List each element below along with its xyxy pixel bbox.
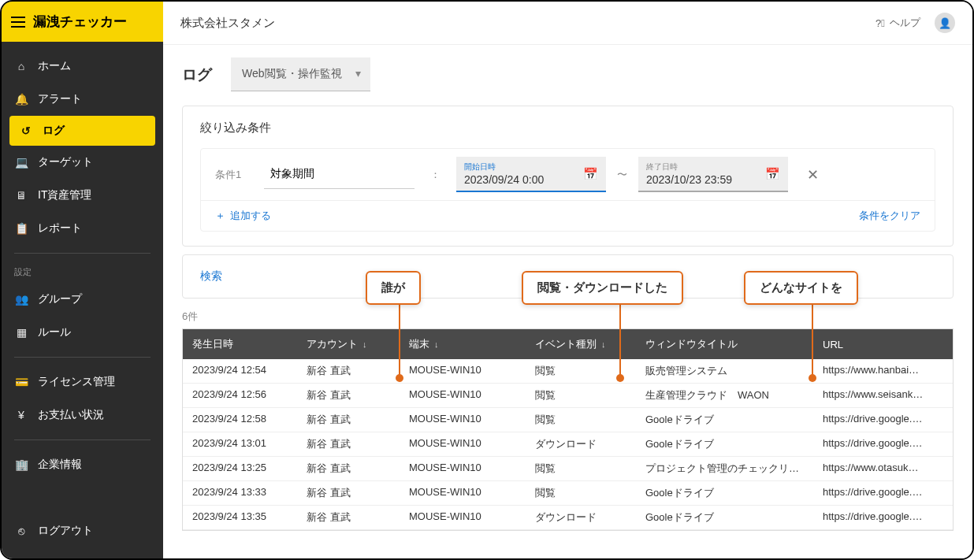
home-icon: ⌂ (14, 60, 28, 72)
sidebar-item-label: ログアウト (38, 524, 93, 538)
tilde: 〜 (617, 168, 627, 182)
filter-row: 条件1 ： 開始日時 2023/09/24 0:00 📅 〜 (201, 149, 935, 200)
help-icon: ?⃝ (875, 17, 885, 29)
cell-title: Gooleドライブ (636, 481, 813, 505)
callout-dot (396, 374, 403, 382)
cell-title: Gooleドライブ (636, 408, 813, 432)
company-name: 株式会社スタメン (180, 16, 275, 31)
sidebar: 漏洩チェッカー ⌂ホーム 🔔アラート ↺ログ 💻ターゲット 🖥IT資産管理 📋レ… (2, 2, 163, 558)
cell-url: https://www.otasuk… (813, 457, 953, 480)
sidebar-item-label: ターゲット (38, 155, 93, 169)
group-icon: 👥 (14, 293, 28, 306)
cell-account: 新谷 直武 (297, 408, 400, 432)
th-url[interactable]: URL (813, 329, 953, 359)
sidebar-item-logout[interactable]: ⎋ログアウト (2, 514, 163, 547)
cell-date: 2023/9/24 12:56 (183, 384, 297, 407)
end-date-input[interactable]: 終了日時 2023/10/23 23:59 📅 (638, 157, 788, 192)
log-table: 発生日時 アカウント↓ 端末↓ イベント種別↓ ウィンドウタイトル URL 20… (182, 328, 954, 531)
sidebar-item-label: IT資産管理 (38, 188, 91, 202)
calendar-icon: 📅 (765, 167, 780, 181)
filter-title: 絞り込み条件 (200, 121, 935, 135)
clear-conditions-button[interactable]: 条件をクリア (859, 209, 920, 223)
cell-date: 2023/9/24 13:33 (183, 481, 297, 505)
cell-event: ダウンロード (526, 432, 636, 456)
callout-site: どんなサイトを (744, 271, 858, 305)
sidebar-item-label: ライセンス管理 (38, 375, 115, 389)
topbar: 株式会社スタメン ?⃝ヘルプ 👤 (163, 2, 972, 45)
th-title[interactable]: ウィンドウタイトル (636, 329, 813, 359)
cell-title: 販売管理システム (636, 359, 813, 383)
sidebar-item-payment[interactable]: ¥お支払い状況 (2, 399, 163, 432)
start-date-input[interactable]: 開始日時 2023/09/24 0:00 📅 (456, 157, 606, 192)
log-type-select[interactable]: Web閲覧・操作監視 (231, 57, 370, 91)
card-icon: 💳 (14, 376, 28, 388)
callout-dot (809, 374, 816, 382)
sidebar-item-log[interactable]: ↺ログ (9, 116, 155, 146)
table-row[interactable]: 2023/9/24 13:35新谷 直武MOUSE-WIN10ダウンロードGoo… (183, 506, 953, 530)
table-row[interactable]: 2023/9/24 12:58新谷 直武MOUSE-WIN10閲覧Gooleドラ… (183, 408, 953, 432)
hamburger-icon[interactable] (11, 17, 25, 28)
cell-event: 閲覧 (526, 384, 636, 407)
table-row[interactable]: 2023/9/24 13:33新谷 直武MOUSE-WIN10閲覧Gooleドラ… (183, 481, 953, 506)
sidebar-item-group[interactable]: 👥グループ (2, 283, 163, 316)
sidebar-item-alert[interactable]: 🔔アラート (2, 83, 163, 116)
sidebar-item-rule[interactable]: ▦ルール (2, 316, 163, 349)
sidebar-item-label: ログ (43, 124, 65, 138)
building-icon: 🏢 (14, 458, 28, 471)
sidebar-item-target[interactable]: 💻ターゲット (2, 146, 163, 179)
callout-action: 閲覧・ダウンロードした (522, 271, 683, 305)
cell-url: https://www.seisank… (813, 384, 953, 407)
search-button[interactable]: 検索 (200, 269, 222, 282)
sort-icon: ↓ (434, 339, 439, 349)
cell-terminal: MOUSE-WIN10 (400, 457, 526, 480)
cell-date: 2023/9/24 13:25 (183, 457, 297, 480)
end-date-value: 2023/10/23 23:59 (646, 173, 759, 186)
device-icon: 🖥 (14, 189, 28, 202)
cell-terminal: MOUSE-WIN10 (400, 481, 526, 505)
sidebar-item-label: グループ (38, 292, 82, 306)
yen-icon: ¥ (14, 409, 28, 421)
callout-dot (616, 374, 624, 382)
help-label: ヘルプ (890, 16, 920, 30)
colon: ： (430, 168, 441, 182)
remove-condition-button[interactable]: ✕ (807, 166, 819, 184)
sidebar-item-label: ホーム (38, 59, 71, 73)
table-row[interactable]: 2023/9/24 13:01新谷 直武MOUSE-WIN10ダウンロードGoo… (183, 432, 953, 457)
cell-terminal: MOUSE-WIN10 (400, 506, 526, 529)
condition-field-input[interactable] (264, 160, 415, 189)
add-condition-button[interactable]: ＋追加する (215, 209, 271, 223)
end-date-label: 終了日時 (646, 161, 759, 172)
main-nav: ⌂ホーム 🔔アラート ↺ログ 💻ターゲット 🖥IT資産管理 📋レポート 設定 👥… (2, 42, 163, 489)
th-account[interactable]: アカウント↓ (297, 329, 400, 359)
callout-line (619, 304, 621, 376)
cell-account: 新谷 直武 (297, 384, 400, 407)
cell-account: 新谷 直武 (297, 506, 400, 529)
help-link[interactable]: ?⃝ヘルプ (875, 16, 920, 30)
sidebar-item-label: お支払い状況 (38, 408, 104, 422)
sidebar-item-report[interactable]: 📋レポート (2, 212, 163, 245)
cell-account: 新谷 直武 (297, 457, 400, 480)
cell-terminal: MOUSE-WIN10 (400, 432, 526, 456)
sidebar-item-corp[interactable]: 🏢企業情報 (2, 448, 163, 481)
th-date[interactable]: 発生日時 (183, 329, 297, 359)
brand-bar: 漏洩チェッカー (2, 2, 163, 42)
sort-icon: ↓ (601, 339, 606, 349)
table-row[interactable]: 2023/9/24 12:54新谷 直武MOUSE-WIN10閲覧販売管理システ… (183, 359, 953, 384)
cell-url: https://drive.google.… (813, 432, 953, 456)
th-terminal[interactable]: 端末↓ (400, 329, 526, 359)
table-row[interactable]: 2023/9/24 13:25新谷 直武MOUSE-WIN10閲覧プロジェクト管… (183, 457, 953, 481)
cell-terminal: MOUSE-WIN10 (400, 359, 526, 383)
sidebar-item-itasset[interactable]: 🖥IT資産管理 (2, 179, 163, 212)
sidebar-item-label: レポート (38, 221, 82, 235)
condition-number: 条件1 (215, 168, 253, 182)
sidebar-item-home[interactable]: ⌂ホーム (2, 50, 163, 83)
table-row[interactable]: 2023/9/24 12:56新谷 直武MOUSE-WIN10閲覧生産管理クラウ… (183, 384, 953, 408)
cell-date: 2023/9/24 12:54 (183, 359, 297, 383)
callout-who: 誰が (366, 271, 421, 305)
cell-account: 新谷 直武 (297, 432, 400, 456)
avatar[interactable]: 👤 (935, 13, 955, 33)
table-header: 発生日時 アカウント↓ 端末↓ イベント種別↓ ウィンドウタイトル URL (183, 329, 953, 359)
sidebar-item-license[interactable]: 💳ライセンス管理 (2, 365, 163, 399)
cell-account: 新谷 直武 (297, 481, 400, 505)
cell-event: ダウンロード (526, 506, 636, 529)
